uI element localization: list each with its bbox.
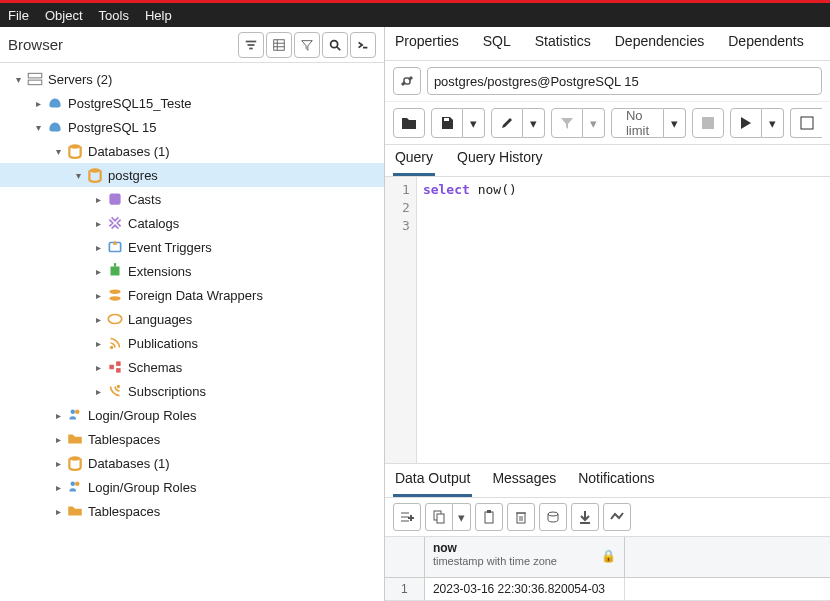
tree-extensions[interactable]: ▸Extensions <box>0 259 384 283</box>
menu-object[interactable]: Object <box>45 8 83 23</box>
view-data-icon[interactable] <box>266 32 292 58</box>
chevron-right-icon[interactable]: ▸ <box>90 242 106 253</box>
chevron-down-icon[interactable]: ▾ <box>50 146 66 157</box>
tree-languages[interactable]: ▸Languages <box>0 307 384 331</box>
tree-databases[interactable]: ▾Databases (1) <box>0 139 384 163</box>
edit-button[interactable] <box>491 108 523 138</box>
connection-status-icon[interactable] <box>393 67 421 95</box>
tab-messages[interactable]: Messages <box>490 462 558 497</box>
tree-casts[interactable]: ▸Casts <box>0 187 384 211</box>
edit-dropdown[interactable]: ▾ <box>523 108 545 138</box>
output-tabs: Data Output Messages Notifications <box>385 464 830 498</box>
tree-tablespaces-2[interactable]: ▸Tablespaces <box>0 499 384 523</box>
menu-help[interactable]: Help <box>145 8 172 23</box>
download-icon[interactable] <box>571 503 599 531</box>
save-dropdown[interactable]: ▾ <box>463 108 485 138</box>
chevron-right-icon[interactable]: ▸ <box>90 218 106 229</box>
execute-button[interactable] <box>730 108 762 138</box>
chevron-right-icon[interactable]: ▸ <box>90 338 106 349</box>
chevron-right-icon[interactable]: ▸ <box>90 290 106 301</box>
menu-file[interactable]: File <box>8 8 29 23</box>
tab-properties[interactable]: Properties <box>393 25 461 60</box>
tab-dependencies[interactable]: Dependencies <box>613 25 707 60</box>
tab-sql[interactable]: SQL <box>481 25 513 60</box>
chevron-right-icon[interactable]: ▸ <box>90 314 106 325</box>
copy-dropdown[interactable]: ▾ <box>453 503 471 531</box>
save-data-icon[interactable] <box>539 503 567 531</box>
limit-select[interactable]: No limit <box>611 108 664 138</box>
connection-bar: postgres/postgres@PostgreSQL 15 <box>385 61 830 102</box>
tab-query-history[interactable]: Query History <box>455 141 545 176</box>
chevron-right-icon[interactable]: ▸ <box>50 458 66 469</box>
filter-button[interactable] <box>551 108 583 138</box>
menu-tools[interactable]: Tools <box>99 8 129 23</box>
chart-icon[interactable] <box>603 503 631 531</box>
limit-dropdown[interactable]: ▾ <box>664 108 686 138</box>
tree-schemas[interactable]: ▸Schemas <box>0 355 384 379</box>
tree-server-1[interactable]: ▸PostgreSQL15_Teste <box>0 91 384 115</box>
tab-notifications[interactable]: Notifications <box>576 462 656 497</box>
tree-subscriptions[interactable]: ▸Subscriptions <box>0 379 384 403</box>
row-number[interactable]: 1 <box>385 578 425 600</box>
tree-postgres-db[interactable]: ▾postgres <box>0 163 384 187</box>
tree-fdw[interactable]: ▸Foreign Data Wrappers <box>0 283 384 307</box>
tab-data-output[interactable]: Data Output <box>393 462 473 497</box>
chevron-right-icon[interactable]: ▸ <box>30 98 46 109</box>
tree-label: PostgreSQL 15 <box>68 120 156 135</box>
filter-icon[interactable] <box>294 32 320 58</box>
svg-point-29 <box>69 456 80 461</box>
sql-code[interactable]: select now() <box>417 177 830 463</box>
tab-query[interactable]: Query <box>393 141 435 176</box>
tree-event-triggers[interactable]: ▸Event Triggers <box>0 235 384 259</box>
svg-point-14 <box>89 168 100 173</box>
chevron-right-icon[interactable]: ▸ <box>90 194 106 205</box>
explain-button[interactable] <box>790 108 822 138</box>
add-row-icon[interactable] <box>393 503 421 531</box>
row-header-corner[interactable] <box>385 537 425 577</box>
execute-dropdown[interactable]: ▾ <box>762 108 784 138</box>
tab-dependents[interactable]: Dependents <box>726 25 806 60</box>
terminal-icon[interactable] <box>350 32 376 58</box>
chevron-down-icon[interactable]: ▾ <box>10 74 26 85</box>
subscriptions-icon <box>106 382 124 400</box>
svg-rect-2 <box>249 47 253 49</box>
column-header[interactable]: now timestamp with time zone 🔒 <box>425 537 625 577</box>
chevron-right-icon[interactable]: ▸ <box>90 266 106 277</box>
search-icon[interactable] <box>322 32 348 58</box>
paste-icon[interactable] <box>475 503 503 531</box>
chevron-down-icon[interactable]: ▾ <box>30 122 46 133</box>
svg-rect-25 <box>116 368 121 373</box>
tab-statistics[interactable]: Statistics <box>533 25 593 60</box>
tree-label: Login/Group Roles <box>88 480 196 495</box>
tree-databases-2[interactable]: ▸Databases (1) <box>0 451 384 475</box>
chevron-right-icon[interactable]: ▸ <box>50 482 66 493</box>
chevron-right-icon[interactable]: ▸ <box>90 386 106 397</box>
chevron-right-icon[interactable]: ▸ <box>50 410 66 421</box>
tree-login-roles-2[interactable]: ▸Login/Group Roles <box>0 475 384 499</box>
sql-editor[interactable]: 123 select now() <box>385 177 830 464</box>
save-button[interactable] <box>431 108 463 138</box>
tree-label: postgres <box>108 168 158 183</box>
tree-servers[interactable]: ▾Servers (2) <box>0 67 384 91</box>
tree-catalogs[interactable]: ▸Catalogs <box>0 211 384 235</box>
chevron-right-icon[interactable]: ▸ <box>90 362 106 373</box>
database-icon <box>66 454 84 472</box>
filter-dropdown[interactable]: ▾ <box>583 108 605 138</box>
filter-rows-icon[interactable] <box>238 32 264 58</box>
cell-value[interactable]: 2023-03-16 22:30:36.820054-03 <box>425 578 625 600</box>
tree-login-roles[interactable]: ▸Login/Group Roles <box>0 403 384 427</box>
catalogs-icon <box>106 214 124 232</box>
tree-tablespaces[interactable]: ▸Tablespaces <box>0 427 384 451</box>
table-row[interactable]: 1 2023-03-16 22:30:36.820054-03 <box>385 578 830 601</box>
copy-icon[interactable] <box>425 503 453 531</box>
svg-rect-15 <box>109 193 120 204</box>
chevron-right-icon[interactable]: ▸ <box>50 506 66 517</box>
chevron-down-icon[interactable]: ▾ <box>70 170 86 181</box>
stop-button[interactable] <box>692 108 724 138</box>
delete-icon[interactable] <box>507 503 535 531</box>
open-file-button[interactable] <box>393 108 425 138</box>
tree-server-2[interactable]: ▾PostgreSQL 15 <box>0 115 384 139</box>
tree-publications[interactable]: ▸Publications <box>0 331 384 355</box>
chevron-right-icon[interactable]: ▸ <box>50 434 66 445</box>
connection-field[interactable]: postgres/postgres@PostgreSQL 15 <box>427 67 822 95</box>
